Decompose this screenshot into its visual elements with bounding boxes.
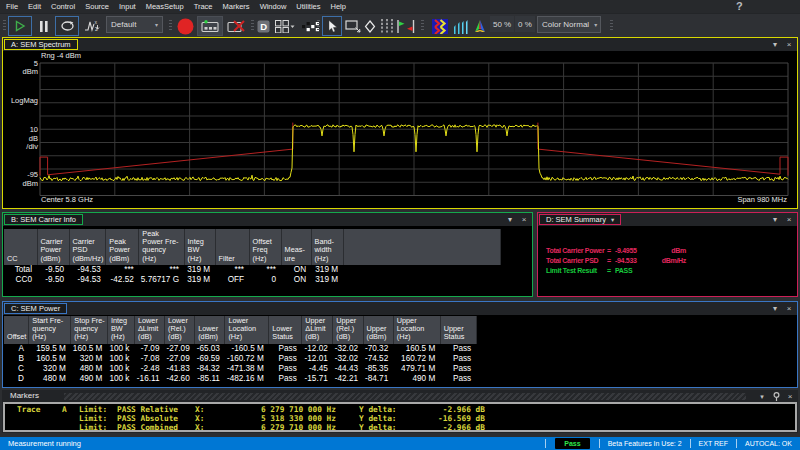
column-header: Lower Location (Hz) [225,316,269,344]
record-icon [177,18,194,35]
window-layout-button[interactable] [274,16,296,36]
recorder-player-button[interactable] [197,16,223,36]
window-titlebar[interactable]: B: SEM Carrier Info ▾ × [3,213,532,226]
play-button[interactable] [8,16,32,36]
table-row[interactable]: CC0-9.50-94.53-42.525.76717 G319 MOFF0ON… [4,275,500,285]
menu-item-trace[interactable]: Trace [189,0,218,13]
minimize-icon[interactable]: ▾ [769,213,781,226]
single-sweep-button[interactable]: x 2 [83,16,103,36]
spectrum-plot[interactable] [3,51,797,208]
close-icon[interactable]: × [783,302,795,315]
window-titlebar[interactable]: D: SEM Summary ▾ ▾ × [538,213,797,226]
toolbar: x 2 Default▾ [0,13,800,37]
table-cell: -160.72 M [225,354,269,364]
table-row[interactable]: D480 M490 M100 k-16.11-42.60-85.11-482.1… [4,374,476,384]
drag-grip[interactable] [64,393,746,400]
record-button[interactable] [175,16,195,36]
table-row[interactable]: Total-9.50-94.53******319 M******ON319 M [4,265,500,275]
color-combobox[interactable]: Color Normal▾ [537,16,601,33]
marker-diamond-button[interactable] [363,16,377,36]
menu-item-file[interactable]: File [1,0,23,13]
minimize-icon[interactable]: ▾ [769,302,781,315]
menu-item-meassetup[interactable]: MeasSetup [141,0,189,13]
power-table[interactable]: OffsetStart Fre- quency (Hz)Stop Fre- qu… [4,316,477,384]
autocal-indicator[interactable]: AUTOCAL: OK [737,440,800,447]
table-cell: 320 M [71,354,108,364]
restart-loop-icon [60,20,75,32]
table-cell: B [4,354,29,364]
window-title: D: SEM Summary [546,215,606,224]
table-cell: -42.60 [164,374,194,384]
close-icon[interactable]: × [783,213,795,226]
table-cell: 160.5 M [29,354,71,364]
pin-icon[interactable] [770,390,782,401]
table-cell: ON [281,265,311,275]
table-cell: *** [139,265,184,275]
percent-0-button[interactable]: 0 % [515,16,535,32]
zoom-box-button[interactable] [344,16,362,36]
restart-loop-button[interactable] [55,16,79,36]
toolbar-grip[interactable] [421,20,424,32]
table-row[interactable]: B160.5 M320 M100 k-7.08-27.09-69.59-160.… [4,354,476,364]
close-icon[interactable]: × [518,213,530,226]
minimize-icon[interactable]: ▾ [504,213,516,226]
toolbar-grip[interactable] [251,20,254,32]
table-cell: -44.43 [333,364,363,374]
column-header: Peak Power Fre- quency (Hz) [139,229,184,265]
spectrogram-button[interactable] [430,16,449,36]
y-axis-bottom-unit: dBm [3,180,38,189]
menu-item-utilities[interactable]: Utilities [291,0,325,13]
table-cell: -84.71 [363,374,393,384]
help-icon[interactable]: ? [736,0,743,12]
menu-item-input[interactable]: Input [114,0,141,13]
table-cell: 160.5 M [393,344,440,354]
display-button[interactable]: D [256,16,271,36]
close-icon[interactable]: × [783,38,795,51]
menu-item-edit[interactable]: Edit [23,0,46,13]
window-title-tab[interactable]: B: SEM Carrier Info [4,214,83,225]
summary-eq: = [607,257,611,264]
menu-item-help[interactable]: Help [325,0,350,13]
table-row[interactable]: C320 M480 M100 k-2.48-41.83-84.32-471.38… [4,364,476,374]
table-cell: 320 M [29,364,71,374]
band-power-button[interactable] [380,16,394,36]
table-cell: -9.50 [37,275,69,285]
toolbar-grip[interactable] [610,20,613,32]
table-cell: -12.02 [302,344,333,354]
limit-flags-button[interactable] [395,16,417,36]
carrier-info-table[interactable]: CCCarrier Power (dBm)Carrier PSD (dBm/Hz… [4,229,501,285]
menu-item-markers[interactable]: Markers [218,0,255,13]
toolbar-grip[interactable] [3,20,6,32]
window-titlebar[interactable]: A: SEM Spectrum ▾ × [3,38,797,51]
waterfall-button[interactable] [451,16,470,36]
select-cursor-button[interactable] [322,16,342,36]
menu-item-window[interactable]: Window [255,0,292,13]
toolbar-grip[interactable] [169,20,172,32]
minimize-icon[interactable]: ▾ [769,38,781,51]
menu-item-control[interactable]: Control [46,0,80,13]
table-cell: ON [281,275,311,285]
table-cell: 5.76717 G [139,275,184,285]
menu-bar: FileEditControlSourceInputMeasSetupTrace… [0,0,800,13]
markers-titlebar[interactable]: Markers ▾ × [2,390,798,402]
colormap-button[interactable] [471,16,488,36]
table-header-row: OffsetStart Fre- quency (Hz)Stop Fre- qu… [4,316,476,344]
preset-combobox[interactable]: Default▾ [106,16,163,33]
table-row[interactable]: A159.5 M160.5 M100 k-7.09-27.09-65.03-16… [4,344,476,354]
ext-ref-indicator[interactable]: EXT REF [691,440,736,447]
menu-item-source[interactable]: Source [80,0,114,13]
toolbar-grip[interactable] [317,20,320,32]
window-title-tab[interactable]: A: SEM Spectrum [4,39,78,50]
pause-button[interactable] [36,16,51,36]
recorder-close-button[interactable] [225,16,247,36]
window-titlebar[interactable]: C: SEM Power ▾ × [3,302,797,315]
beta-features-indicator[interactable]: Beta Features In Use: 2 [600,440,690,447]
percent-50-button[interactable]: 50 % [490,16,514,32]
marker-field-ylab: Y delta: [359,423,397,432]
window-title-tab[interactable]: C: SEM Power [4,303,67,314]
window-sem-carrier-info: B: SEM Carrier Info ▾ × CCCarrier Power … [2,212,533,297]
column-header: Upper (dBm) [363,316,393,344]
window-title-tab[interactable]: D: SEM Summary ▾ [539,214,621,225]
column-header: Upper Status [440,316,476,344]
column-header [343,229,500,265]
